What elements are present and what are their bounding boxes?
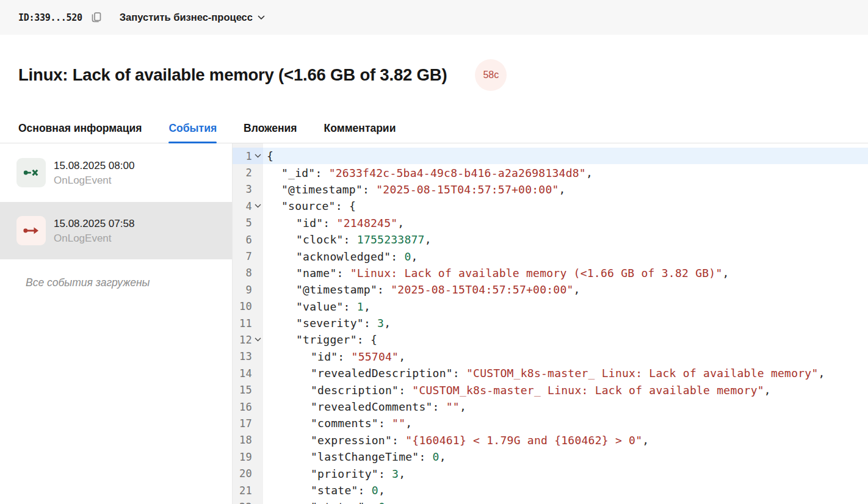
line-number: 16 (233, 401, 252, 413)
code-line: 19"lastChangeTime": 0, (233, 448, 868, 465)
tab-main-info[interactable]: Основная информация (18, 121, 142, 143)
event-list-item-selected[interactable]: 15.08.2025 07:58 OnLogEvent (0, 202, 232, 259)
line-number: 17 (233, 417, 252, 430)
fold-toggle-icon[interactable] (252, 154, 263, 158)
code-line: 22"status": 0, (233, 499, 868, 504)
event-date: 15.08.2025 08:00 (54, 159, 134, 172)
code-line: 17"comments": "", (233, 415, 868, 431)
line-number: 20 (233, 467, 252, 480)
line-number: 13 (233, 350, 252, 362)
line-number: 22 (233, 501, 252, 504)
event-active-icon (16, 216, 46, 245)
line-number: 19 (233, 451, 252, 463)
tab-comments[interactable]: Комментарии (324, 121, 396, 143)
code-line: 14"revealedDescription": "CUSTOM_k8s-mas… (233, 365, 868, 381)
event-texts: 15.08.2025 07:58 OnLogEvent (54, 217, 134, 245)
events-sidebar: 15.08.2025 08:00 OnLogEvent 15.08.2025 0… (0, 143, 233, 504)
code-line: 8"name": "Linux: Lack of available memor… (233, 265, 868, 281)
code-line: 9"@timestamp": "2025-08-15T04:57:57+00:0… (233, 281, 868, 298)
event-list-item[interactable]: 15.08.2025 08:00 OnLogEvent (0, 143, 232, 202)
code-line: 16"revealedComments": "", (233, 398, 868, 415)
line-number: 14 (233, 367, 252, 380)
line-number: 7 (233, 250, 252, 262)
count-badge: 58c (475, 59, 507, 91)
page-title: Linux: Lack of available memory (<1.66 G… (18, 65, 447, 85)
line-number: 21 (233, 484, 252, 497)
code-line: 2"_id": "2633f42c-5ba4-49c8-b416-a2a2698… (233, 164, 868, 181)
fold-toggle-icon[interactable] (252, 337, 263, 342)
code-line: 5"id": "2148245", (233, 215, 868, 231)
chevron-down-icon (258, 15, 265, 20)
line-number: 6 (233, 234, 252, 246)
line-number: 4 (233, 200, 252, 212)
event-texts: 15.08.2025 08:00 OnLogEvent (54, 159, 134, 187)
code-line: 3"@timestamp": "2025-08-15T04:57:57+00:0… (233, 181, 868, 198)
code-line: 18"expression": "{160461} < 1.79G and {1… (233, 432, 868, 448)
tab-bar: Основная информация События Вложения Ком… (0, 121, 868, 143)
code-line: 6"clock": 1755233877, (233, 231, 868, 248)
line-number: 11 (233, 317, 252, 329)
code-line: 4"source": { (233, 198, 868, 214)
all-events-loaded-note: Все события загружены (26, 276, 232, 289)
line-number: 9 (233, 284, 252, 296)
topbar: ID:339...520 Запустить бизнес-процесс (0, 0, 868, 35)
code-line: 10"value": 1, (233, 298, 868, 315)
event-date: 15.08.2025 07:58 (54, 217, 134, 230)
header: Linux: Lack of available memory (<1.66 G… (0, 35, 868, 91)
line-number: 8 (233, 267, 252, 279)
code-line: 12"trigger": { (233, 331, 868, 348)
code-line: 20"priority": 3, (233, 465, 868, 481)
event-type: OnLogEvent (54, 174, 134, 187)
code-line: 1{ (233, 148, 868, 164)
fold-toggle-icon[interactable] (252, 204, 263, 208)
event-json-viewer: 1{2"_id": "2633f42c-5ba4-49c8-b416-a2a26… (233, 143, 868, 504)
line-number: 2 (233, 167, 252, 179)
line-number: 12 (233, 334, 252, 346)
copy-id-button[interactable] (90, 11, 103, 24)
tab-events[interactable]: События (168, 121, 217, 143)
event-type: OnLogEvent (54, 232, 134, 245)
line-number: 1 (233, 150, 252, 162)
line-number: 15 (233, 384, 252, 396)
run-business-process-label: Запустить бизнес-процесс (120, 12, 253, 23)
tab-attachments[interactable]: Вложения (244, 121, 297, 143)
run-business-process-dropdown[interactable]: Запустить бизнес-процесс (120, 12, 265, 23)
line-number: 3 (233, 183, 252, 195)
copy-icon (90, 11, 103, 24)
line-number: 5 (233, 217, 252, 229)
content: 15.08.2025 08:00 OnLogEvent 15.08.2025 0… (0, 143, 868, 504)
code-line: 11"severity": 3, (233, 315, 868, 331)
line-number: 10 (233, 300, 252, 312)
line-number: 18 (233, 434, 252, 446)
event-resolved-icon (16, 158, 46, 187)
code-rows: 1{2"_id": "2633f42c-5ba4-49c8-b416-a2a26… (233, 148, 868, 504)
code-line: 7"acknowledged": 0, (233, 248, 868, 264)
code-line: 21"state": 0, (233, 482, 868, 499)
code-line: 15"description": "CUSTOM_k8s-master_ Lin… (233, 381, 868, 398)
code-line: 13"id": "55704", (233, 348, 868, 365)
record-id: ID:339...520 (18, 12, 82, 23)
